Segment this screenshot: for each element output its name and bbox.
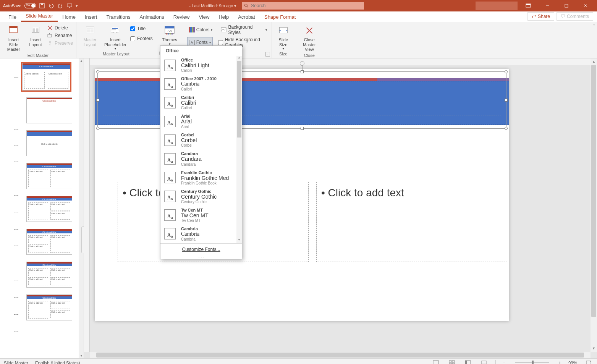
font-heading-name: Corbel — [181, 137, 197, 143]
tab-shape-format[interactable]: Shape Format — [260, 12, 300, 22]
tab-help[interactable]: Help — [214, 12, 233, 22]
vertical-scrollbar[interactable]: ▲▼ — [591, 58, 597, 352]
customize-fonts-button[interactable]: Customize Fonts... — [160, 243, 242, 255]
layout-thumbnail[interactable]: Click to add title Click to add text Cli… — [26, 229, 72, 255]
tab-review[interactable]: Review — [169, 12, 194, 22]
resize-handle[interactable] — [505, 70, 508, 73]
selection-frame[interactable] — [97, 71, 506, 129]
reading-view-icon[interactable] — [463, 359, 472, 364]
insert-layout-button[interactable]: Insert Layout — [26, 24, 45, 47]
normal-view-icon[interactable] — [431, 359, 440, 364]
slideshow-view-icon[interactable] — [479, 359, 489, 364]
themes-button[interactable]: AaThemes▼ — [159, 24, 180, 46]
font-heading-name: Cambria — [181, 231, 199, 237]
slideshow-icon[interactable] — [66, 3, 73, 9]
ribbon-display-options[interactable] — [520, 0, 537, 11]
maximize-button[interactable] — [558, 0, 575, 11]
minimize-button[interactable] — [539, 0, 556, 11]
resize-handle[interactable] — [96, 127, 99, 130]
tab-insert[interactable]: Insert — [80, 12, 102, 22]
background-styles-button[interactable]: Background Styles▾ — [219, 24, 268, 36]
font-scheme-item[interactable]: AaTw Cen MTTw Cen MTTw Cen MT — [160, 206, 242, 225]
resize-handle[interactable] — [301, 70, 304, 73]
svg-rect-6 — [526, 4, 531, 5]
tab-home[interactable]: Home — [58, 12, 80, 22]
insert-slide-master-button[interactable]: Insert Slide Master — [3, 24, 24, 52]
collapse-ribbon-icon[interactable]: ⌃ — [592, 24, 595, 28]
tab-animations[interactable]: Animations — [135, 12, 169, 22]
preserve-button[interactable]: Preserve — [47, 40, 73, 46]
font-scheme-item[interactable]: AaOfficeCalibri LightCalibri — [160, 56, 242, 74]
slide-size-button[interactable]: Slide Size▼ — [275, 24, 292, 50]
resize-handle[interactable] — [505, 99, 508, 102]
resize-handle[interactable] — [301, 127, 304, 130]
colors-button[interactable]: Colors▾ — [187, 24, 214, 36]
font-scheme-name: Franklin Gothic — [181, 170, 229, 175]
font-scheme-item[interactable]: AaOffice 2007 - 2010CambriaCalibri — [160, 74, 242, 93]
rotate-handle[interactable] — [300, 61, 304, 66]
layout-thumbnail[interactable]: Click to add subtitle — [26, 130, 72, 156]
close-button[interactable] — [577, 0, 594, 11]
font-scheme-item[interactable]: AaCalibriCalibriCalibri — [160, 93, 242, 112]
tab-view[interactable]: View — [194, 12, 214, 22]
svg-rect-33 — [170, 34, 171, 35]
resize-handle[interactable] — [96, 99, 99, 102]
svg-rect-14 — [33, 28, 36, 32]
search-box[interactable] — [242, 2, 364, 10]
thumbnails-list[interactable]: Click to add title Click to add text Cli… — [21, 58, 79, 358]
user-account[interactable] — [476, 2, 518, 10]
resize-handle[interactable] — [96, 70, 99, 73]
status-language[interactable]: English (United States) — [35, 361, 80, 364]
font-scheme-item[interactable]: AaFranklin GothicFranklin Gothic MedFran… — [160, 168, 242, 187]
fit-to-window-icon[interactable] — [584, 359, 593, 364]
search-input[interactable] — [251, 3, 362, 8]
last-modified[interactable]: - Last Modified: 9m ago ▾ — [189, 3, 236, 8]
resize-handle[interactable] — [505, 127, 508, 130]
fonts-list[interactable]: AaOfficeCalibri LightCalibriAaOffice 200… — [160, 56, 242, 243]
font-scheme-name: Corbel — [181, 133, 197, 137]
font-scheme-item[interactable]: AaCambriaCambriaCambria — [160, 225, 242, 243]
font-scheme-item[interactable]: AaCentury GothicCentury GothicCentury Go… — [160, 187, 242, 206]
layout-thumbnail[interactable]: Click to add title — [26, 97, 72, 123]
share-button[interactable]: Share — [527, 12, 554, 21]
tab-file[interactable]: File — [4, 12, 21, 22]
autosave-toggle[interactable]: On — [24, 3, 36, 8]
redo-icon[interactable] — [57, 3, 63, 9]
sorter-view-icon[interactable] — [447, 359, 456, 364]
master-thumbnail[interactable]: Click to add title Click to add text Cli… — [22, 63, 70, 91]
font-scheme-item[interactable]: AaCandaraCandaraCandara — [160, 149, 242, 168]
horizontal-scrollbar[interactable] — [90, 352, 591, 358]
save-icon[interactable] — [39, 3, 45, 9]
layout-thumbnail[interactable]: Click to add title Click to add text Cli… — [26, 294, 72, 320]
zoom-slider[interactable] — [515, 362, 549, 363]
footers-checkbox[interactable]: Footers — [130, 36, 153, 41]
background-dialog-launcher[interactable]: ⌐ — [265, 52, 270, 57]
layout-thumbnail[interactable]: Click to add title Click to add text Cli… — [26, 196, 72, 222]
layout-thumbnail[interactable]: Click to add title Click to add text Cli… — [26, 262, 72, 288]
svg-rect-51 — [465, 361, 467, 364]
dropdown-scrollbar[interactable]: ▲▼ — [236, 56, 242, 243]
zoom-level[interactable]: 99% — [568, 361, 577, 364]
undo-icon[interactable] — [48, 3, 54, 9]
tab-acrobat[interactable]: Acrobat — [233, 12, 260, 22]
insert-placeholder-button[interactable]: Insert Placeholder▼ — [103, 24, 128, 50]
content-placeholder-right[interactable]: • Click to add text — [316, 182, 507, 262]
font-preview-icon: Aa — [164, 153, 176, 165]
panel-scrollbar[interactable]: ▲▼ — [79, 58, 84, 358]
tab-slide-master[interactable]: Slide Master — [21, 11, 58, 22]
rename-button[interactable]: Rename — [47, 32, 73, 39]
layout-thumbnail[interactable]: Click to add title Click to add text Cli… — [26, 163, 72, 189]
comments-button[interactable]: Comments — [557, 12, 593, 21]
font-scheme-item[interactable]: AaCorbelCorbelCorbel — [160, 131, 242, 149]
dropdown-resize-grip[interactable]: ···· — [160, 255, 242, 259]
font-scheme-item[interactable]: AaArialArialArial — [160, 112, 242, 131]
zoom-in-button[interactable]: + — [558, 360, 561, 364]
zoom-out-button[interactable]: − — [503, 360, 506, 364]
slide-canvas[interactable]: • Click to add text • Click to add text — [95, 69, 509, 321]
delete-button[interactable]: Delete — [47, 25, 73, 31]
tab-transitions[interactable]: Transitions — [102, 12, 135, 22]
close-master-view-button[interactable]: Close Master View — [298, 24, 320, 52]
title-checkbox[interactable]: Title — [130, 26, 153, 31]
svg-rect-27 — [112, 29, 116, 30]
svg-rect-23 — [87, 29, 90, 32]
